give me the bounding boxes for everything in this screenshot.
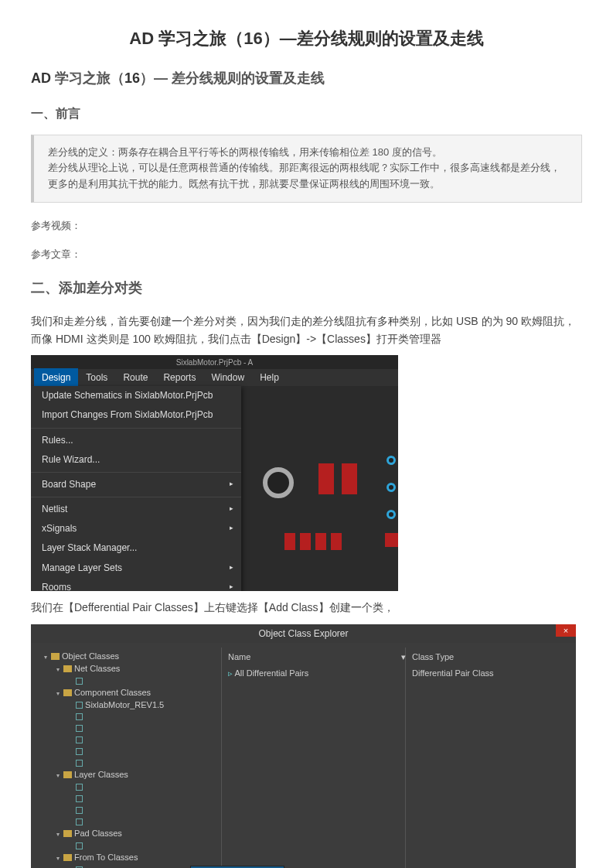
menubar: DesignToolsRouteReportsWindowHelp xyxy=(31,369,398,386)
menu-item-help[interactable]: Help xyxy=(252,368,287,388)
page-title: AD 学习之旅（16）—差分线规则的设置及走线 xyxy=(31,25,582,52)
tree-node[interactable]: ▾ Layer Classes xyxy=(42,769,218,781)
tree-node[interactable] xyxy=(42,757,218,769)
tree-node[interactable] xyxy=(42,781,218,793)
tree-node[interactable]: ▾ Component Classes xyxy=(42,687,218,699)
tree-node[interactable]: ▾ Pad Classes xyxy=(42,828,218,840)
list-item: Differential Pair Class xyxy=(412,667,562,681)
tree-node[interactable] xyxy=(42,675,218,687)
list-item[interactable]: ▹ All Differential Pairs xyxy=(228,667,399,681)
menu-item[interactable]: Update Schematics in SixlabMotor.PrjPcb xyxy=(31,386,241,405)
menu-item[interactable]: Import Changes From SixlabMotor.PrjPcb xyxy=(31,405,241,425)
quote-box: 差分线的定义：两条存在耦合且平行等长的两根传输线，用来传输相位差 180 度的信… xyxy=(31,135,582,203)
tree-node[interactable] xyxy=(42,840,218,852)
design-dropdown: Update Schematics in SixlabMotor.PrjPcbI… xyxy=(31,386,241,591)
menu-item-design[interactable]: Design xyxy=(34,368,78,388)
para-1: 我们和走差分线，首先要创建一个差分对类，因为我们走的差分线阻抗有多种类别，比如 … xyxy=(31,313,582,347)
screenshot-design-menu: SixlabMotor.PrjPcb - A DesignToolsRouteR… xyxy=(31,355,398,591)
menu-item[interactable]: xSignals▸ xyxy=(31,519,241,538)
menu-item-window[interactable]: Window xyxy=(203,368,252,388)
type-column: ▾Class Type Differential Pair Class xyxy=(406,648,568,868)
close-button[interactable]: × xyxy=(556,624,576,637)
menu-item[interactable]: Manage Layer Sets▸ xyxy=(31,559,241,578)
menu-item[interactable]: Netlist▸ xyxy=(31,500,241,519)
name-column: Name ▹ All Differential Pairs xyxy=(221,648,406,868)
tree-node[interactable] xyxy=(42,723,218,734)
window-titlebar: SixlabMotor.PrjPcb - A xyxy=(31,355,398,369)
tree-node[interactable] xyxy=(42,746,218,757)
para-2: 我们在【Defferential Pair Classes】上右键选择【Add … xyxy=(31,599,582,616)
menu-item[interactable]: Rooms▸ xyxy=(31,578,241,591)
tree-node[interactable] xyxy=(42,816,218,828)
ref-video: 参考视频： xyxy=(31,218,582,234)
menu-item[interactable]: Layer Stack Manager... xyxy=(31,538,241,558)
menu-item[interactable]: Rule Wizard... xyxy=(31,450,241,470)
menu-item-route[interactable]: Route xyxy=(115,368,155,388)
subtitle: AD 学习之旅（16）— 差分线规则的设置及走线 xyxy=(31,67,582,90)
tree-node[interactable] xyxy=(42,734,218,746)
menu-item-tools[interactable]: Tools xyxy=(78,368,115,388)
tree-node[interactable] xyxy=(42,805,218,816)
dialog-title: Object Class Explorer xyxy=(31,624,576,643)
ref-article: 参考文章： xyxy=(31,247,582,263)
tree-node[interactable]: ▾ Object Classes xyxy=(42,651,218,663)
menu-item[interactable]: Rules... xyxy=(31,431,241,450)
class-tree[interactable]: ▾ Object Classes▾ Net Classes ▾ Componen… xyxy=(39,648,221,868)
section-2-heading: 二、添加差分对类 xyxy=(31,277,582,299)
menu-item[interactable]: Board Shape▸ xyxy=(31,475,241,494)
tree-node[interactable]: ▾ From To Classes xyxy=(42,852,218,864)
tree-node[interactable]: SixlabMotor_REV1.5 xyxy=(42,699,218,711)
pcb-canvas[interactable] xyxy=(241,386,398,591)
tree-node[interactable] xyxy=(42,793,218,805)
screenshot-object-class-explorer: Object Class Explorer × ▾ Object Classes… xyxy=(31,624,576,868)
tree-node[interactable] xyxy=(42,711,218,723)
section-1-heading: 一、前言 xyxy=(31,104,582,124)
tree-node[interactable]: ▾ Net Classes xyxy=(42,663,218,675)
menu-item-reports[interactable]: Reports xyxy=(155,368,203,388)
context-menu: Add ClassDelete Class xyxy=(190,866,284,868)
